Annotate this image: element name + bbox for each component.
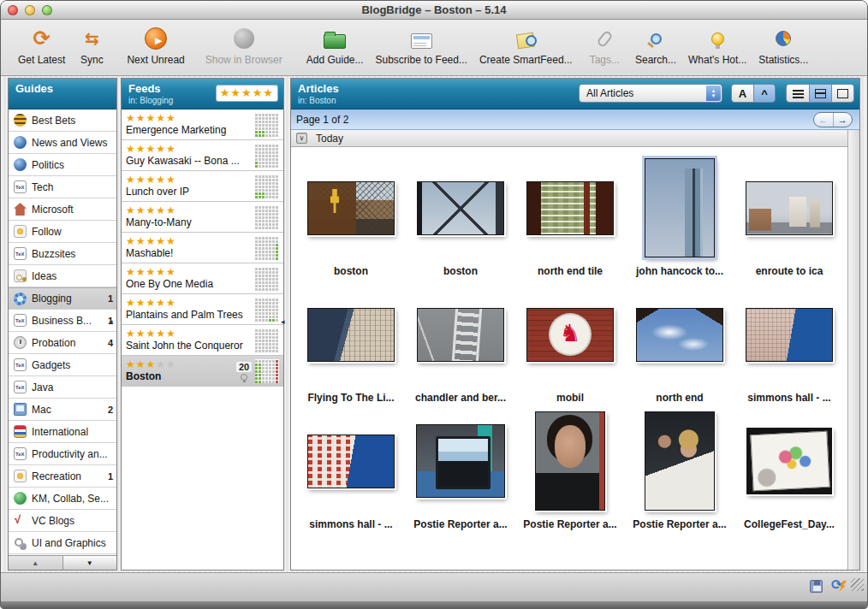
articles-grid: boston boston north end tile john hancoc… <box>291 147 847 570</box>
toolbar-show-in-browser[interactable]: Show in Browser <box>205 25 282 66</box>
sidebar-item-blogging[interactable]: Blogging 1 <box>9 287 116 310</box>
sidebar-item-mac[interactable]: Mac 2 <box>9 399 116 421</box>
feed-item[interactable]: ★★★★★ Mashable! <box>122 233 283 263</box>
article-item[interactable]: simmons hall - ... <box>296 411 406 537</box>
sidebar-item-ui-and-graphics[interactable]: UI and Graphics <box>9 532 116 554</box>
article-item[interactable]: Flying To The Li... <box>296 284 406 411</box>
article-filter-dropdown[interactable]: All Articles ▲▼ <box>579 84 722 103</box>
sidebar-item-recreation[interactable]: Recreation 1 <box>9 465 116 488</box>
toolbar-statistics[interactable]: Statistics... <box>758 25 808 66</box>
article-thumbnail[interactable] <box>417 308 504 362</box>
sync-activity-icon[interactable] <box>831 578 847 594</box>
article-item[interactable]: north end <box>625 284 734 411</box>
article-item[interactable]: CollegeFest_Day... <box>734 411 844 537</box>
feeds-split-collapse-handle[interactable]: ◂ <box>281 317 285 326</box>
tex-doc-icon <box>14 381 27 393</box>
article-thumbnail[interactable] <box>526 308 614 362</box>
article-thumbnail[interactable] <box>307 435 395 488</box>
article-thumbnail[interactable] <box>645 158 715 257</box>
list-view-button[interactable] <box>787 85 809 102</box>
activity-grid <box>255 205 279 229</box>
filter-selected-value: All Articles <box>586 87 633 99</box>
article-item[interactable]: enroute to ica <box>734 157 844 284</box>
sidebar-item-gadgets[interactable]: Gadgets <box>9 354 116 376</box>
prev-page-button[interactable]: ← <box>814 113 834 127</box>
article-thumbnail[interactable] <box>307 308 395 362</box>
article-thumbnail[interactable] <box>535 411 605 511</box>
sidebar-item-vc-blogs[interactable]: VC Blogs <box>9 510 116 532</box>
sidebar-item-microsoft[interactable]: Microsoft <box>9 198 116 221</box>
sidebar-item-business-blogging[interactable]: Business B... 1 <box>9 310 116 332</box>
save-icon[interactable] <box>810 580 823 593</box>
star-rating: ★★★★★ <box>126 328 255 340</box>
next-page-button[interactable]: → <box>834 113 853 127</box>
window-bottom-edge <box>1 601 867 608</box>
feed-item[interactable]: ★★★★★ Plantains and Palm Trees <box>122 294 283 325</box>
flags-icon <box>14 425 27 438</box>
article-thumbnail[interactable] <box>746 308 833 362</box>
highlight-mode-button[interactable]: ^ <box>753 85 775 102</box>
resize-grip[interactable] <box>851 578 864 591</box>
article-thumbnail[interactable] <box>636 308 723 362</box>
article-item[interactable]: Postie Reporter a... <box>515 411 625 537</box>
article-item[interactable]: mobil <box>515 284 625 411</box>
article-thumbnail[interactable] <box>307 181 395 235</box>
sidebar-item-news-and-views[interactable]: News and Views <box>9 132 116 154</box>
feed-item[interactable]: ★★★★★ Guy Kawasaki -- Bona ... <box>122 140 283 171</box>
article-item[interactable]: north end tile <box>515 157 625 284</box>
activity-grid <box>255 267 279 291</box>
sidebar-item-probation[interactable]: Probation 4 <box>9 332 116 354</box>
toolbar-next-unread[interactable]: Next Unread <box>127 25 184 66</box>
sidebar-item-follow[interactable]: Follow <box>9 221 116 243</box>
toolbar-whats-hot[interactable]: What's Hot... <box>688 25 746 66</box>
article-thumbnail[interactable] <box>746 428 832 494</box>
wave-icon: ^ <box>761 87 768 100</box>
article-thumbnail[interactable] <box>746 181 833 235</box>
toolbar-sync[interactable]: Sync <box>77 25 106 66</box>
article-item[interactable]: boston <box>406 157 515 284</box>
feed-item[interactable]: ★★★★★ Emergence Marketing <box>122 109 283 140</box>
sidebar-item-km-collab[interactable]: KM, Collab, Se... <box>9 488 116 510</box>
article-thumbnail[interactable] <box>526 181 614 235</box>
toolbar-create-smartfeed[interactable]: Create SmartFeed... <box>479 25 573 66</box>
feed-item[interactable]: ★★★★★ Lunch over IP <box>122 171 283 202</box>
article-item[interactable]: john hancock to... <box>625 157 734 284</box>
sidebar-item-ideas[interactable]: Ideas <box>9 265 116 287</box>
article-thumbnail[interactable] <box>417 181 504 235</box>
sidebar-item-best-bets[interactable]: Best Bets <box>9 109 116 132</box>
feed-item-boston[interactable]: ★★★★★ Boston 20 <box>122 356 283 387</box>
sidebar-item-politics[interactable]: Politics <box>9 154 116 176</box>
article-item[interactable]: simmons hall - ... <box>734 284 844 411</box>
feed-item[interactable]: ★★★★★ Many-to-Many <box>122 202 283 233</box>
article-thumbnail[interactable] <box>416 424 505 498</box>
guides-split-collapse-handle[interactable]: ◂ <box>109 317 113 326</box>
sidebar-item-productivity[interactable]: Productivity an... <box>9 443 116 465</box>
font-size-button[interactable]: A <box>732 85 753 102</box>
smartfeed-note-icon <box>516 33 535 50</box>
toolbar-tags[interactable]: Tags... <box>590 25 620 66</box>
feed-item[interactable]: ★★★★★ Saint John the Conqueror <box>122 325 283 356</box>
title-bar[interactable]: BlogBridge – Boston – 5.14 <box>1 1 867 20</box>
feed-item[interactable]: ★★★★★ One By One Media <box>122 263 283 294</box>
toolbar-add-guide[interactable]: Add Guide... <box>306 25 364 66</box>
toolbar-get-latest[interactable]: Get Latest <box>18 25 65 66</box>
sidebar-item-buzzsites[interactable]: Buzzsites <box>9 243 116 265</box>
article-item[interactable]: Postie Reporter a... <box>406 411 515 537</box>
article-item[interactable]: Postie Reporter a... <box>625 411 734 537</box>
article-item[interactable]: chandler and ber... <box>406 284 515 411</box>
sidebar-item-tech[interactable]: Tech <box>9 176 116 198</box>
guides-footer: ▲ ▼ <box>9 555 116 570</box>
guide-rating-stars[interactable]: ★★★★★ <box>216 85 278 102</box>
guide-up-button[interactable]: ▲ <box>9 556 62 570</box>
toolbar-subscribe-feed[interactable]: Subscribe to Feed... <box>376 25 467 66</box>
collapse-group-button[interactable]: ∨ <box>296 133 307 144</box>
article-thumbnail[interactable] <box>645 411 715 511</box>
articles-scrollbar[interactable] <box>847 130 859 570</box>
toolbar-search[interactable]: Search... <box>635 25 676 66</box>
single-view-button[interactable] <box>831 85 853 102</box>
sidebar-item-java[interactable]: Java <box>9 376 116 399</box>
article-item[interactable]: boston <box>296 157 406 284</box>
sidebar-item-international[interactable]: International <box>9 421 116 443</box>
split-view-button[interactable] <box>809 85 831 102</box>
guide-down-button[interactable]: ▼ <box>62 556 117 570</box>
